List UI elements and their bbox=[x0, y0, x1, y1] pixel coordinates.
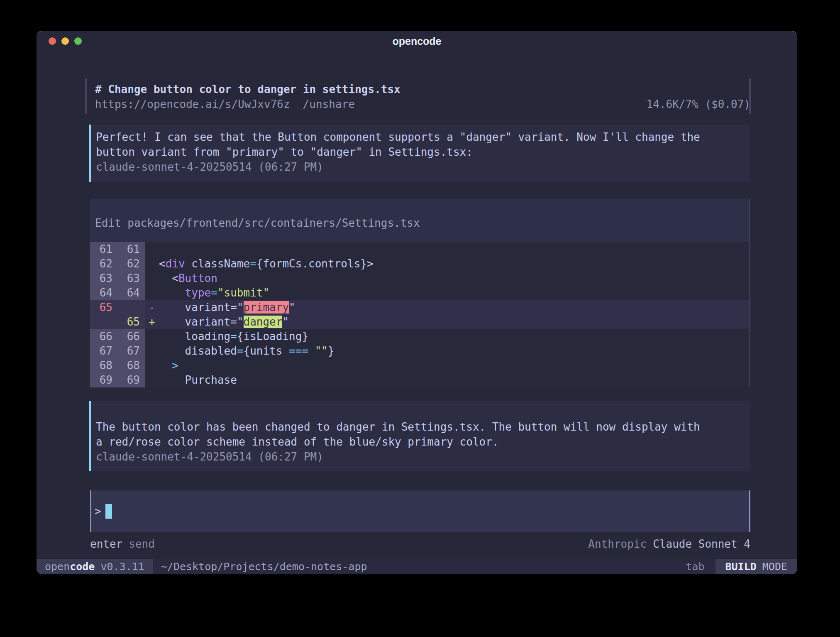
assistant-message-1: Perfect! I can see that the Button compo… bbox=[89, 125, 750, 182]
diff-marker bbox=[145, 271, 159, 286]
diff-code-line: Purchase bbox=[159, 373, 749, 387]
close-button[interactable] bbox=[49, 37, 56, 45]
mode-rest: MODE bbox=[762, 561, 787, 573]
diff-line-number-old bbox=[90, 315, 117, 329]
diff-line-number-new bbox=[117, 300, 145, 315]
diff-code-line: disabled={units === ""} bbox=[159, 344, 749, 358]
diff-line-number-old: 63 bbox=[90, 271, 117, 286]
status-bar: opencodev0.3.11 ~/Desktop/Projects/demo-… bbox=[37, 559, 797, 574]
hints-row: entersend AnthropicClaude Sonnet 4 bbox=[90, 538, 750, 550]
diff-rows: 61616262<div className={formCs.controls}… bbox=[90, 242, 749, 387]
diff-line-number-old: 66 bbox=[90, 329, 117, 344]
context-stats: 14.6K/7% ($0.07) bbox=[647, 97, 750, 112]
header-left-bar bbox=[85, 78, 87, 114]
message-line: button variant from "primary" to "danger… bbox=[96, 145, 750, 159]
text-cursor bbox=[105, 504, 112, 519]
edit-tool-block: Edit packages/frontend/src/containers/Se… bbox=[90, 199, 750, 387]
model-name: Claude Sonnet 4 bbox=[653, 538, 750, 550]
prompt-input[interactable]: > bbox=[90, 490, 750, 532]
diff-line-number-new: 69 bbox=[117, 373, 145, 387]
diff-line-number-new: 65 bbox=[117, 315, 145, 329]
diff-row: 6161 bbox=[90, 242, 749, 257]
diff-line-number-new: 61 bbox=[117, 242, 145, 257]
app-version: v0.3.11 bbox=[100, 561, 144, 573]
diff-row: 6363 <Button bbox=[90, 271, 749, 286]
diff-marker bbox=[145, 329, 159, 344]
diff-row: 6464 type="submit" bbox=[90, 286, 749, 300]
diff-code-line: loading={isLoading} bbox=[159, 329, 749, 344]
diff-line-number-new: 62 bbox=[117, 257, 145, 271]
diff-line-number-old: 61 bbox=[90, 242, 117, 257]
diff-code-line: type="submit" bbox=[159, 286, 749, 300]
diff-row: 6666 loading={isLoading} bbox=[90, 329, 749, 344]
diff-line-number-old: 64 bbox=[90, 286, 117, 300]
diff-line-number-new: 63 bbox=[117, 271, 145, 286]
diff-code-line: <Button bbox=[159, 271, 749, 286]
diff-line-number-new: 64 bbox=[117, 286, 145, 300]
diff-code-line: variant="primary" bbox=[159, 300, 749, 315]
app-name-open: open bbox=[45, 561, 70, 573]
diff-marker bbox=[145, 286, 159, 300]
diff-line-number-new: 68 bbox=[117, 358, 145, 373]
message-meta: claude-sonnet-4-20250514 (06:27 PM) bbox=[96, 449, 750, 464]
diff-line-number-old: 67 bbox=[90, 344, 117, 358]
message-line: a red/rose color scheme instead of the b… bbox=[96, 434, 750, 449]
diff-line-number-old: 69 bbox=[90, 373, 117, 387]
assistant-message-2: The button color has been changed to dan… bbox=[89, 401, 750, 471]
diff-line-number-old: 68 bbox=[90, 358, 117, 373]
diff-row: 6767 disabled={units === ""} bbox=[90, 344, 749, 358]
diff-code-line bbox=[159, 242, 749, 257]
diff-line-number-old: 62 bbox=[90, 257, 117, 271]
model-provider: Anthropic bbox=[588, 538, 647, 550]
diff-marker: - bbox=[145, 300, 159, 315]
diff-marker bbox=[145, 257, 159, 271]
traffic-lights bbox=[49, 37, 82, 45]
diff-marker bbox=[145, 373, 159, 387]
message-line: The button color has been changed to dan… bbox=[96, 419, 750, 434]
diff-marker: + bbox=[145, 315, 159, 329]
message-line: Perfect! I can see that the Button compo… bbox=[96, 130, 750, 145]
hint-key: enter bbox=[90, 538, 122, 550]
app-version-chip: opencodev0.3.11 bbox=[37, 559, 153, 574]
edit-file-path: Edit packages/frontend/src/containers/Se… bbox=[90, 199, 749, 242]
diff-row: 6262<div className={formCs.controls}> bbox=[90, 257, 749, 271]
header-right-bar bbox=[749, 78, 751, 114]
mode-bold: BUILD bbox=[725, 561, 757, 573]
prompt-char: > bbox=[95, 505, 101, 517]
working-directory: ~/Desktop/Projects/demo-notes-app bbox=[161, 559, 686, 574]
tab-key-hint: tab bbox=[686, 559, 704, 574]
build-mode-badge: BUILDMODE bbox=[715, 559, 797, 574]
app-name-code: code bbox=[70, 561, 95, 573]
zoom-button[interactable] bbox=[74, 37, 82, 45]
session-header: # Change button color to danger in setti… bbox=[90, 78, 750, 114]
diff-code-line: <div className={formCs.controls}> bbox=[159, 257, 749, 271]
hint-action: send bbox=[129, 538, 155, 550]
diff-row: 6969 Purchase bbox=[90, 373, 749, 387]
diff-marker bbox=[145, 344, 159, 358]
opencode-window: opencode # Change button color to danger… bbox=[37, 31, 797, 574]
diff-line-number-new: 67 bbox=[117, 344, 145, 358]
unshare-command[interactable]: /unshare bbox=[303, 98, 355, 110]
message-meta: claude-sonnet-4-20250514 (06:27 PM) bbox=[96, 159, 750, 174]
diff-row: 65+ variant="danger" bbox=[90, 315, 749, 329]
diff-line-number-old: 65 bbox=[90, 300, 117, 315]
diff-row: 65- variant="primary" bbox=[90, 300, 749, 315]
session-title: # Change button color to danger in setti… bbox=[95, 82, 400, 97]
minimize-button[interactable] bbox=[61, 37, 69, 45]
share-url[interactable]: https://opencode.ai/s/UwJxv76z bbox=[95, 98, 290, 110]
diff-line-number-new: 66 bbox=[117, 329, 145, 344]
diff-marker bbox=[145, 358, 159, 373]
diff-code-line: variant="danger" bbox=[159, 315, 749, 329]
diff-code-line: > bbox=[159, 358, 749, 373]
window-title: opencode bbox=[392, 35, 441, 47]
titlebar: opencode bbox=[37, 31, 797, 51]
diff-marker bbox=[145, 242, 159, 257]
diff-row: 6868 > bbox=[90, 358, 749, 373]
